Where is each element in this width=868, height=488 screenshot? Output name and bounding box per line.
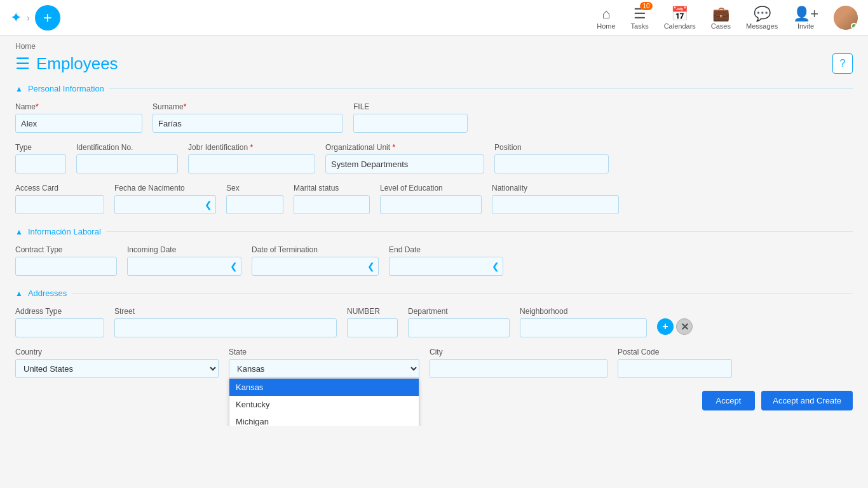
laboral-toggle-icon[interactable]: ▲ — [15, 227, 23, 236]
nationality-group: Nationality — [492, 184, 619, 214]
city-label: City — [430, 348, 607, 356]
nav-messages-label: Messages — [746, 22, 778, 30]
personal-row-1: Name* Surname* FILE — [15, 102, 853, 133]
street-input[interactable] — [114, 318, 337, 337]
nationality-input[interactable] — [492, 195, 619, 214]
remove-address-button[interactable]: ✕ — [676, 318, 693, 335]
position-group: Position — [494, 143, 609, 173]
laboral-section: ▲ Información Laboral Contract Type Inco… — [15, 227, 853, 276]
nav-messages[interactable]: 💬 Messages — [746, 6, 778, 30]
nav-cases[interactable]: 💼 Cases — [711, 6, 731, 30]
addr-actions: + ✕ — [657, 318, 693, 337]
department-input[interactable] — [408, 318, 510, 337]
laboral-section-line — [106, 231, 853, 232]
marital-input[interactable] — [294, 195, 370, 214]
department-group: Department — [408, 307, 510, 337]
nav-invite[interactable]: 👤+ Invite — [793, 6, 818, 30]
jobr-input[interactable] — [188, 154, 315, 173]
accept-button[interactable]: Accept — [702, 391, 756, 410]
incoming-input-wrap: ❮ — [127, 257, 241, 276]
help-button[interactable]: ? — [832, 53, 853, 74]
tasks-badge: 10 — [640, 2, 652, 10]
education-group: Level of Education — [380, 184, 482, 214]
nav-right: ⌂ Home ☰ 10 Tasks 📅 Calendars 💼 Cases 💬 … — [597, 6, 858, 30]
position-input[interactable] — [494, 154, 609, 173]
add-button[interactable]: + — [35, 5, 60, 30]
addresses-row-2: Country United States Canada Mexico Stat… — [15, 348, 853, 378]
home-nav-icon[interactable]: ✦ — [10, 10, 22, 26]
sex-label: Sex — [226, 184, 283, 193]
contract-input[interactable] — [15, 257, 117, 276]
avatar[interactable] — [834, 6, 858, 30]
number-input[interactable] — [347, 318, 398, 337]
surname-input[interactable] — [153, 114, 343, 133]
access-card-group: Access Card — [15, 184, 104, 214]
end-date-input-wrap: ❮ — [389, 257, 503, 276]
end-date-input[interactable] — [389, 257, 503, 276]
access-card-input[interactable] — [15, 195, 104, 214]
addresses-section-label: Addresses — [28, 288, 67, 298]
number-group: NUMBER — [347, 307, 398, 337]
laboral-section-label: Información Laboral — [28, 227, 101, 236]
education-input[interactable] — [380, 195, 482, 214]
invite-icon: 👤+ — [793, 6, 818, 22]
incoming-group: Incoming Date ❮ — [127, 245, 241, 276]
org-unit-group: Organizational Unit * — [325, 143, 484, 173]
personal-section-label: Personal Information — [28, 84, 104, 93]
country-label: Country — [15, 348, 219, 356]
state-option-kentucky[interactable]: Kentucky — [229, 396, 419, 413]
state-dropdown-list: Kansas Kentucky Michigan Mississippi — [229, 378, 419, 426]
incoming-label: Incoming Date — [127, 245, 241, 254]
state-option-michigan[interactable]: Michigan — [229, 413, 419, 426]
termination-group: Date of Termination ❮ — [252, 245, 379, 276]
addresses-toggle-icon[interactable]: ▲ — [15, 289, 23, 298]
nav-calendars[interactable]: 📅 Calendars — [664, 6, 696, 30]
type-input[interactable] — [15, 154, 66, 173]
add-address-button[interactable]: + — [657, 318, 674, 335]
nav-invite-label: Invite — [797, 22, 814, 30]
breadcrumb: Home — [15, 42, 853, 51]
end-date-label: End Date — [389, 245, 503, 254]
name-input[interactable] — [15, 114, 142, 133]
fecha-input[interactable] — [114, 195, 216, 214]
termination-label: Date of Termination — [252, 245, 379, 254]
page-title-row: ☰ Employees ? — [15, 53, 853, 74]
nav-home[interactable]: ⌂ Home — [597, 6, 615, 30]
termination-input-wrap: ❮ — [252, 257, 379, 276]
personal-row-2: Type Identification No. Jobr Identificat… — [15, 143, 853, 173]
nav-tasks[interactable]: ☰ 10 Tasks — [631, 6, 649, 30]
id-no-input[interactable] — [76, 154, 178, 173]
street-group: Street — [114, 307, 337, 337]
jobr-group: Jobr Identification * — [188, 143, 315, 173]
state-group: State Kansas Kentucky Michigan Mississip… — [229, 348, 419, 378]
org-unit-input[interactable] — [325, 154, 484, 173]
id-no-group: Identification No. — [76, 143, 178, 173]
personal-toggle-icon[interactable]: ▲ — [15, 85, 23, 93]
state-select[interactable]: Kansas Kentucky Michigan Mississippi — [229, 359, 419, 378]
education-label: Level of Education — [380, 184, 482, 193]
page-title: Employees — [36, 54, 118, 74]
sex-input[interactable] — [226, 195, 283, 214]
accept-create-button[interactable]: Accept and Create — [761, 391, 853, 410]
addresses-row-1: Address Type Street NUMBER Department Ne… — [15, 307, 853, 337]
employees-icon: ☰ — [15, 54, 30, 74]
city-input[interactable] — [430, 359, 607, 378]
neighborhood-input[interactable] — [520, 318, 647, 337]
postal-label: Postal Code — [618, 348, 732, 356]
marital-label: Marital status — [294, 184, 370, 193]
type-label: Type — [15, 143, 66, 152]
fecha-input-wrap: ❮ — [114, 195, 216, 214]
file-input[interactable] — [353, 114, 468, 133]
postal-input[interactable] — [618, 359, 732, 378]
state-option-kansas[interactable]: Kansas — [229, 379, 419, 396]
tasks-icon: ☰ 10 — [634, 6, 646, 22]
form-footer: Accept Accept and Create — [15, 391, 853, 410]
country-select[interactable]: United States Canada Mexico — [15, 359, 219, 378]
street-label: Street — [114, 307, 337, 316]
incoming-input[interactable] — [127, 257, 241, 276]
addr-type-input[interactable] — [15, 318, 104, 337]
termination-input[interactable] — [252, 257, 379, 276]
nav-left: ✦ › + — [10, 5, 597, 30]
neighborhood-group: Neighborhood — [520, 307, 647, 337]
org-unit-label: Organizational Unit * — [325, 143, 484, 152]
